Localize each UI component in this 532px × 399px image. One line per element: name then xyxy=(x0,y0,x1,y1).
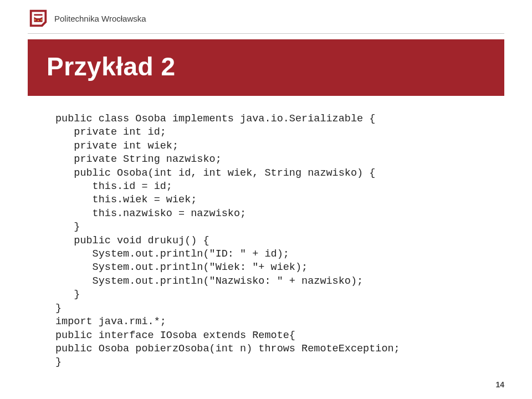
page-number: 14 xyxy=(495,380,504,389)
code-listing: public class Osoba implements java.io.Se… xyxy=(0,96,532,370)
university-name: Politechnika Wrocławska xyxy=(54,14,146,23)
slide-title: Przykład 2 xyxy=(28,39,504,96)
svg-rect-0 xyxy=(34,14,42,16)
svg-point-3 xyxy=(41,19,42,21)
svg-point-2 xyxy=(38,20,39,21)
slide-header: Politechnika Wrocławska xyxy=(0,0,532,33)
university-logo-icon xyxy=(28,8,49,29)
header-divider xyxy=(28,33,504,34)
svg-point-1 xyxy=(34,19,35,21)
